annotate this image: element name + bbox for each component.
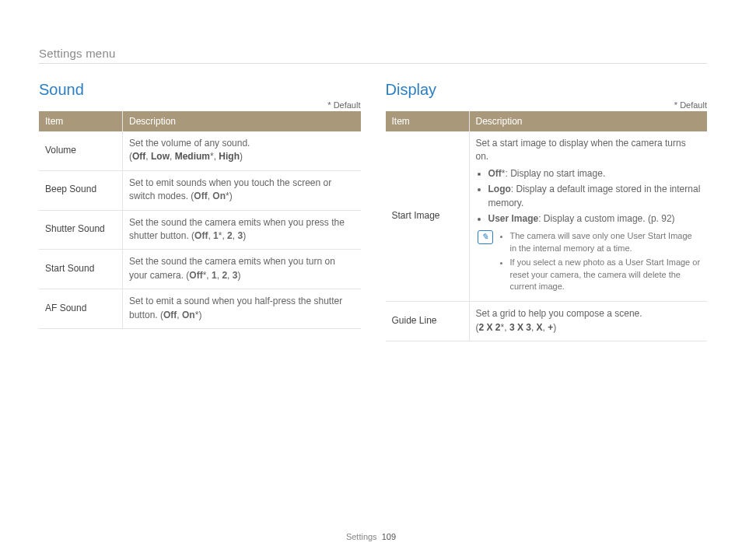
content-columns: Sound * Default Item Description Volume …	[39, 78, 707, 341]
note-list: The camera will save only one User Start…	[499, 230, 702, 295]
table-row: AF Sound Set to emit a sound when you ha…	[39, 289, 361, 329]
note-icon: ✎	[478, 230, 493, 244]
default-label: * Default	[39, 100, 361, 110]
breadcrumb: Settings menu	[39, 47, 707, 60]
table-row: Guide Line Set a grid to help you compos…	[386, 302, 708, 341]
row-af-desc: Set to emit a sound when you half-press …	[123, 289, 361, 329]
page: Settings menu Sound * Default Item Descr…	[0, 0, 742, 560]
table-row: Volume Set the volume of any sound. (Off…	[39, 131, 361, 170]
note-block: ✎ The camera will save only one User Sta…	[476, 230, 702, 295]
row-guideline-item: Guide Line	[386, 302, 470, 341]
display-section: Display * Default Item Description Start…	[386, 78, 708, 341]
opt-off: Off*: Display no start image.	[488, 167, 702, 180]
sound-title: Sound	[39, 81, 361, 99]
default-label: * Default	[386, 100, 708, 110]
row-shutter-item: Shutter Sound	[39, 210, 123, 250]
startimage-options: Off*: Display no start image. Logo: Disp…	[476, 167, 702, 226]
col-item: Item	[39, 111, 123, 131]
row-shutter-desc: Set the sound the camera emits when you …	[123, 210, 361, 250]
table-row: Shutter Sound Set the sound the camera e…	[39, 210, 361, 250]
row-startimage-item: Start Image	[386, 131, 470, 302]
row-beep-item: Beep Sound	[39, 170, 123, 210]
table-row: Start Image Set a start image to display…	[386, 131, 708, 302]
col-description: Description	[469, 111, 707, 131]
page-number: 109	[382, 532, 396, 541]
note-item: The camera will save only one User Start…	[510, 230, 702, 254]
sound-section: Sound * Default Item Description Volume …	[39, 78, 361, 341]
row-startimage-desc: Set a start image to display when the ca…	[469, 131, 707, 302]
page-footer: Settings 109	[39, 532, 703, 541]
opt-logo: Logo: Display a default image stored in …	[488, 183, 702, 210]
row-beep-desc: Set to emit sounds when you touch the sc…	[123, 170, 361, 210]
footer-section: Settings	[346, 532, 377, 541]
note-item: If you select a new photo as a User Star…	[510, 257, 702, 292]
row-volume-desc: Set the volume of any sound. (Off, Low, …	[123, 131, 361, 170]
sound-table: Item Description Volume Set the volume o…	[39, 111, 361, 329]
row-start-desc: Set the sound the camera emits when you …	[123, 250, 361, 289]
col-description: Description	[123, 111, 361, 131]
col-item: Item	[386, 111, 470, 131]
opt-userimage: User Image: Display a custom image. (p. …	[488, 212, 702, 226]
table-row: Beep Sound Set to emit sounds when you t…	[39, 170, 361, 210]
row-start-item: Start Sound	[39, 250, 123, 289]
table-row: Start Sound Set the sound the camera emi…	[39, 250, 361, 289]
display-title: Display	[386, 81, 708, 99]
display-table: Item Description Start Image Set a start…	[386, 111, 708, 341]
row-af-item: AF Sound	[39, 289, 123, 329]
divider	[39, 63, 707, 64]
row-guideline-desc: Set a grid to help you compose a scene. …	[469, 302, 707, 341]
row-volume-item: Volume	[39, 131, 123, 170]
